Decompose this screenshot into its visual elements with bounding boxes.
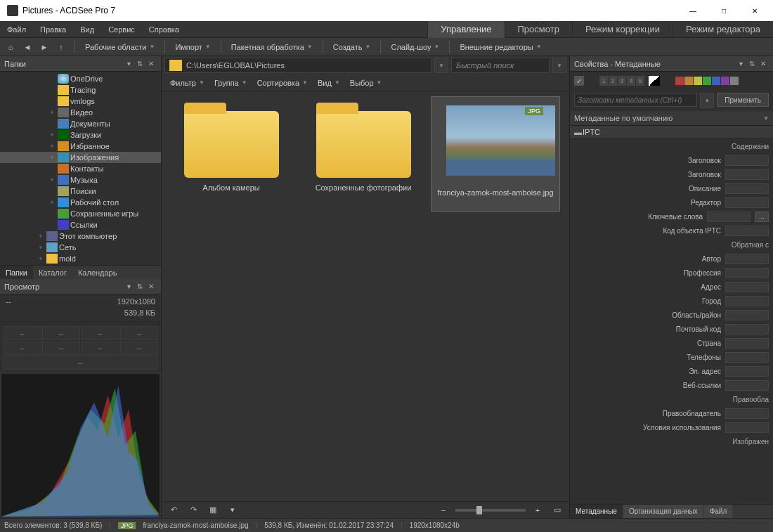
group-menu[interactable]: Группа▼ (210, 75, 252, 91)
path-dropdown-icon[interactable]: ▼ (434, 58, 448, 73)
thumbnail[interactable]: Сохраненные фотографии (299, 97, 427, 211)
color-swatch[interactable] (730, 77, 739, 85)
panel-close-icon[interactable]: ✕ (145, 281, 157, 292)
rotate-left-icon[interactable]: ↶ (166, 502, 181, 518)
color-labels[interactable] (675, 77, 739, 85)
meta-field[interactable] (725, 422, 769, 433)
color-swatch[interactable] (712, 77, 720, 85)
panel-pin-icon[interactable]: ⇅ (134, 58, 145, 70)
tab-catalog[interactable]: Каталог (33, 266, 72, 279)
tool-external[interactable]: Внешние редакторы▼ (455, 39, 545, 55)
meta-field[interactable] (707, 212, 751, 222)
sort-menu[interactable]: Сортировка▼ (253, 75, 312, 91)
tree-item[interactable]: Сохраненные игры (0, 208, 161, 219)
mode-manage[interactable]: Управление (427, 21, 504, 38)
panel-pin-icon[interactable]: ⇅ (134, 281, 145, 292)
meta-field[interactable] (725, 296, 769, 306)
meta-field[interactable] (725, 380, 769, 391)
color-swatch[interactable] (675, 77, 684, 85)
back-icon[interactable]: ◄ (20, 39, 35, 55)
tool-slideshow[interactable]: Слайд-шоу▼ (386, 39, 443, 55)
tree-item[interactable]: Поиски (0, 186, 161, 197)
expand-icon[interactable]: + (48, 176, 56, 183)
zoom-out-icon[interactable]: − (436, 502, 451, 518)
meta-field[interactable] (725, 226, 769, 236)
iptc-section-header[interactable]: ▬IPTC (570, 125, 773, 139)
meta-default-header[interactable]: Метаданные по умолчанию▼ (570, 111, 773, 125)
meta-field[interactable] (725, 310, 769, 320)
meta-field[interactable] (725, 268, 769, 278)
minimize-button[interactable]: — (677, 0, 708, 21)
rating-clear-icon[interactable] (649, 76, 660, 86)
view-mode-icon[interactable]: ▭ (550, 502, 565, 518)
home-icon[interactable]: ⌂ (3, 39, 18, 55)
mode-view[interactable]: Просмотр (505, 21, 572, 38)
apply-button[interactable]: Применить (717, 93, 769, 107)
more-button[interactable]: ... (755, 212, 769, 222)
meta-field[interactable] (725, 183, 769, 194)
zoom-slider[interactable] (455, 509, 526, 512)
expand-icon[interactable]: + (48, 143, 56, 150)
expand-icon[interactable]: + (37, 255, 45, 262)
tree-item[interactable]: +Видео (0, 107, 161, 118)
meta-field[interactable] (725, 324, 769, 335)
preset-dropdown-icon[interactable]: ▼ (700, 93, 714, 108)
panel-close-icon[interactable]: ✕ (758, 58, 769, 70)
tree-item[interactable]: OneDrive (0, 73, 161, 84)
tree-item[interactable]: vmlogs (0, 96, 161, 107)
tree-item[interactable]: +Изображения (0, 152, 161, 163)
tree-item[interactable]: +Музыка (0, 174, 161, 186)
meta-field[interactable] (725, 366, 769, 377)
tool-workspaces[interactable]: Рабочие области▼ (81, 39, 159, 55)
forward-icon[interactable]: ► (37, 39, 52, 55)
meta-field[interactable] (725, 408, 769, 419)
meta-field[interactable] (725, 197, 769, 208)
tool-create[interactable]: Создать▼ (329, 39, 375, 55)
tree-item[interactable]: +Сеть (0, 242, 161, 253)
thumbnail[interactable]: Альбом камеры (167, 97, 295, 211)
view-menu[interactable]: Вид▼ (313, 75, 344, 91)
meta-field[interactable] (725, 282, 769, 292)
tag-checkbox[interactable]: ✓ (574, 76, 584, 86)
filter-menu[interactable]: Фильтр▼ (166, 75, 209, 91)
tree-item[interactable]: +Загрузки (0, 129, 161, 141)
tab-organize[interactable]: Организация данных (623, 505, 703, 518)
tree-item[interactable]: Контакты (0, 163, 161, 174)
tab-metadata[interactable]: Метаданные (570, 505, 623, 518)
tree-item[interactable]: Ссылки (0, 219, 161, 231)
tab-file[interactable]: Файл (704, 505, 733, 518)
path-field[interactable]: C:\Users\EGLOBAL\Pictures (164, 58, 431, 73)
menu-help[interactable]: Справка (142, 22, 186, 37)
zoom-in-icon[interactable]: + (530, 502, 545, 518)
menu-edit[interactable]: Правка (33, 22, 73, 37)
menu-service[interactable]: Сервис (101, 22, 142, 37)
color-swatch[interactable] (694, 77, 702, 85)
metadata-preset-input[interactable] (574, 93, 697, 107)
expand-icon[interactable]: + (48, 109, 56, 116)
menu-file[interactable]: Файл (0, 22, 33, 37)
expand-icon[interactable]: + (37, 233, 45, 240)
thumbnail[interactable]: JPGfranciya-zamok-most-amboise.jpg (431, 97, 559, 211)
compare-icon[interactable]: ▦ (205, 502, 221, 518)
panel-options-icon[interactable]: ▾ (123, 281, 134, 292)
tree-item[interactable]: +mold (0, 253, 161, 264)
meta-field[interactable] (725, 338, 769, 349)
tree-item[interactable]: Документы (0, 118, 161, 129)
tree-item[interactable]: +Этот компьютер (0, 231, 161, 242)
tab-folders[interactable]: Папки (0, 266, 33, 279)
color-swatch[interactable] (684, 77, 693, 85)
expand-icon[interactable]: + (48, 131, 56, 138)
search-dropdown-icon[interactable]: ▼ (552, 58, 566, 73)
maximize-button[interactable]: □ (708, 0, 739, 21)
tree-item[interactable]: +Избранное (0, 141, 161, 152)
mode-develop[interactable]: Режим коррекции (572, 21, 673, 38)
expand-icon[interactable]: + (48, 199, 56, 206)
meta-field[interactable] (725, 352, 769, 363)
thumbnail-grid[interactable]: Альбом камерыСохраненные фотографииJPGfr… (162, 91, 569, 501)
tree-item[interactable]: +Рабочий стол (0, 197, 161, 208)
mode-edit[interactable]: Режим редактора (673, 21, 773, 38)
panel-pin-icon[interactable]: ⇅ (746, 58, 758, 70)
tool-batch[interactable]: Пакетная обработка▼ (227, 39, 317, 55)
panel-options-icon[interactable]: ▾ (123, 58, 134, 70)
meta-field[interactable] (725, 169, 769, 180)
